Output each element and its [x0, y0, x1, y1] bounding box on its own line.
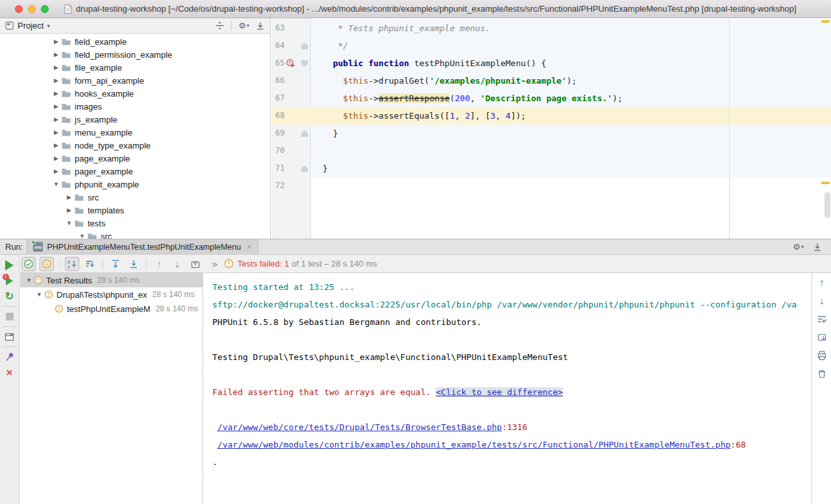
- tree-item[interactable]: ▶file_example: [0, 61, 270, 74]
- scroll-to-end-icon[interactable]: [816, 331, 828, 342]
- line-number[interactable]: 67: [271, 90, 296, 107]
- editor-line[interactable]: 67 $this->assertResponse(200, 'Descripti…: [271, 90, 831, 107]
- tree-item[interactable]: ▶js_example: [0, 113, 270, 126]
- rerun-failed-tests-button[interactable]: !: [2, 273, 18, 289]
- editor-line[interactable]: 71}: [271, 160, 831, 177]
- editor-line[interactable]: 64 */: [271, 37, 831, 54]
- line-number[interactable]: 63: [271, 19, 296, 37]
- collapse-all-button[interactable]: [127, 257, 141, 271]
- tree-item[interactable]: ▶hooks_example: [0, 87, 270, 100]
- project-dropdown-icon[interactable]: ▾: [47, 23, 50, 29]
- next-occurrence-button[interactable]: ↓: [170, 257, 184, 271]
- line-number[interactable]: 66: [271, 72, 296, 90]
- locate-file-icon[interactable]: [215, 21, 225, 30]
- expand-all-button[interactable]: [108, 257, 123, 271]
- show-ignored-button[interactable]: [40, 257, 54, 271]
- toggle-auto-test-icon[interactable]: ↻: [2, 289, 18, 304]
- diff-link[interactable]: <Click to see difference>: [436, 387, 563, 397]
- sort-alphabetically-button[interactable]: az: [65, 257, 79, 271]
- file-link[interactable]: /var/www/web/modules/contrib/examples/ph…: [217, 440, 731, 450]
- tree-item[interactable]: ▶pager_example: [0, 165, 270, 178]
- file-link[interactable]: /var/www/web/core/tests/Drupal/Tests/Bro…: [217, 422, 502, 432]
- tree-item[interactable]: ▼tests: [0, 217, 270, 230]
- editor-line[interactable]: 68 $this->assertEquals([1, 2], [3, 4]);: [271, 107, 831, 125]
- run-tab[interactable]: php PHPUnitExampleMenuTest.testPhpUnitEx…: [27, 239, 258, 255]
- chevron-right-icon[interactable]: ▶: [51, 129, 61, 136]
- gear-icon[interactable]: ⚙▾: [238, 21, 249, 30]
- tree-item[interactable]: ▶field_example: [0, 35, 270, 48]
- test-tree-row[interactable]: ▼Drupal\Tests\phpunit_ex28 s 140 ms: [20, 287, 203, 302]
- tree-item[interactable]: ▶field_permission_example: [0, 48, 270, 61]
- restore-layout-button[interactable]: [2, 329, 18, 344]
- test-tree-row[interactable]: ▼Test Results28 s 140 ms: [20, 273, 203, 287]
- hide-panel-icon[interactable]: [256, 21, 265, 30]
- chevron-right-icon[interactable]: ▶: [51, 142, 61, 149]
- fold-marker-icon[interactable]: [301, 165, 308, 172]
- scrollbar-warning-marker[interactable]: [821, 20, 830, 23]
- line-number[interactable]: 72: [271, 177, 296, 195]
- chevron-right-icon[interactable]: ▶: [51, 64, 61, 71]
- soft-wrap-icon[interactable]: [816, 313, 828, 324]
- chevron-down-icon[interactable]: ▼: [24, 277, 34, 283]
- tree-item[interactable]: ▶templates: [0, 204, 270, 217]
- previous-message-button[interactable]: ↑: [816, 277, 828, 288]
- clear-console-icon[interactable]: [816, 368, 828, 379]
- fold-marker-icon[interactable]: [301, 60, 308, 67]
- tree-item[interactable]: ▶page_example: [0, 152, 270, 165]
- line-number[interactable]: 68: [271, 107, 296, 125]
- chevron-right-icon[interactable]: ▶: [64, 207, 74, 213]
- hide-run-panel-icon[interactable]: [813, 243, 822, 252]
- scrollbar-warning-marker[interactable]: [821, 182, 830, 184]
- tree-item[interactable]: ▶images: [0, 100, 270, 113]
- tree-item[interactable]: ▶menu_example: [0, 126, 270, 139]
- project-panel-title[interactable]: Project: [18, 21, 43, 30]
- tree-item[interactable]: ▶src: [0, 191, 270, 204]
- editor-line[interactable]: 70: [271, 142, 831, 160]
- tree-item[interactable]: ▶node_type_example: [0, 139, 270, 152]
- line-number[interactable]: 71: [271, 160, 296, 177]
- chevron-right-icon[interactable]: ▶: [51, 103, 61, 110]
- chevron-right-icon[interactable]: ▶: [51, 155, 61, 162]
- line-number[interactable]: 70: [271, 142, 296, 160]
- tab-close-icon[interactable]: ×: [247, 243, 252, 251]
- editor-line[interactable]: 72: [271, 177, 831, 195]
- run-gear-icon[interactable]: ⚙▾: [793, 243, 804, 251]
- fold-marker-icon[interactable]: [301, 43, 308, 49]
- print-icon[interactable]: [816, 350, 828, 361]
- fold-marker-icon[interactable]: [301, 130, 308, 137]
- editor-line[interactable]: 65 public function testPhpUnitExampleMen…: [271, 54, 831, 72]
- chevron-right-icon[interactable]: ▶: [51, 51, 61, 58]
- chevron-down-icon[interactable]: ▼: [34, 291, 44, 298]
- chevron-right-icon[interactable]: ▶: [51, 90, 61, 97]
- close-window-button[interactable]: [15, 5, 23, 13]
- editor-line[interactable]: 66 $this->drupalGet('/examples/phpunit-e…: [271, 72, 831, 90]
- chevron-right-icon[interactable]: ▶: [51, 38, 61, 45]
- next-message-button[interactable]: ↓: [816, 295, 828, 306]
- tree-item[interactable]: ▼phpunit_example: [0, 178, 270, 191]
- line-number[interactable]: 64: [271, 37, 296, 54]
- rerun-button[interactable]: [2, 258, 18, 273]
- test-tree-row[interactable]: testPhpUnitExampleM28 s 140 ms: [20, 302, 203, 316]
- export-test-results-button[interactable]: [188, 257, 203, 271]
- chevron-right-icon[interactable]: ▶: [51, 116, 61, 123]
- chevron-right-icon[interactable]: ▶: [51, 77, 61, 84]
- more-actions-icon[interactable]: »: [212, 259, 217, 269]
- close-run-panel-button[interactable]: ×: [2, 365, 18, 380]
- editor-line[interactable]: 63 * Tests phpunit_example menus.: [271, 19, 831, 37]
- editor-scrollbar-thumb[interactable]: [825, 192, 830, 218]
- chevron-down-icon[interactable]: ▼: [51, 181, 61, 187]
- line-number[interactable]: 69: [271, 125, 296, 142]
- show-passed-button[interactable]: [21, 257, 36, 271]
- editor-line[interactable]: 69 }: [271, 125, 831, 142]
- minimize-window-button[interactable]: [28, 5, 36, 13]
- pin-tab-icon[interactable]: [2, 349, 18, 365]
- zoom-window-button[interactable]: [41, 5, 49, 13]
- chevron-right-icon[interactable]: ▶: [51, 168, 61, 174]
- tree-item[interactable]: ▶form_api_example: [0, 74, 270, 87]
- console-output[interactable]: Testing started at 13:25 ...sftp://docke…: [203, 273, 812, 504]
- sort-by-duration-button[interactable]: [83, 257, 97, 271]
- previous-occurrence-button[interactable]: ↑: [152, 257, 166, 271]
- stop-button[interactable]: [2, 309, 18, 324]
- test-failed-gutter-icon[interactable]: [286, 58, 296, 69]
- chevron-down-icon[interactable]: ▼: [64, 220, 74, 226]
